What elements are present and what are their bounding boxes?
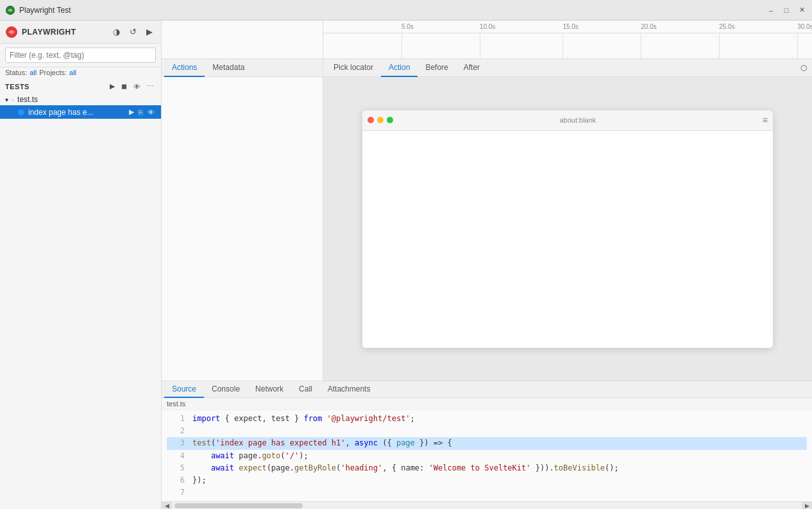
dot-green <box>387 117 393 123</box>
code-line-3: 3 test('index page has expected h1', asy… <box>167 437 807 449</box>
code-content-5: await expect(page.getByRole('heading', {… <box>192 462 619 474</box>
actions-panel: Actions Metadata <box>162 59 323 381</box>
tab-network[interactable]: Network <box>248 381 291 398</box>
code-line-6: 6 }); <box>167 474 807 487</box>
browser-window: about:blank ≡ <box>362 110 773 348</box>
tab-call[interactable]: Call <box>291 381 320 398</box>
browser-content <box>362 131 773 348</box>
timeline-tick-15s: 15.0s <box>562 23 578 30</box>
browser-menu-icon: ≡ <box>763 115 768 125</box>
scroll-left-button[interactable]: ◀ <box>162 502 172 510</box>
timeline-track: 5.0s 10.0s 15.0s 20.0s 25.0s 30.0s <box>323 21 812 58</box>
preview-panel: Pick locator Action Before After ⬡ <box>323 59 812 381</box>
theme-toggle-button[interactable]: ◑ <box>110 26 123 39</box>
test-status-icon <box>18 109 24 116</box>
code-area: 1 import { expect, test } from '@playwri… <box>162 410 812 501</box>
minimize-button[interactable]: – <box>766 5 776 15</box>
tab-console[interactable]: Console <box>204 381 248 398</box>
chevron-down-icon: ▾ <box>5 96 8 103</box>
status-bar: Status: all Projects: all <box>0 67 161 79</box>
horizontal-scrollbar[interactable]: ◀ ▶ <box>162 501 812 509</box>
preview-tabs: Pick locator Action Before After ⬡ <box>323 59 812 77</box>
line-num-2: 2 <box>167 425 185 437</box>
code-line-1: 1 import { expect, test } from '@playwri… <box>167 413 807 425</box>
stop-button[interactable]: ◼ <box>119 82 129 91</box>
tab-metadata[interactable]: Metadata <box>205 59 252 77</box>
watch-test-button[interactable]: 👁 <box>146 107 156 117</box>
more-button[interactable]: ▶ <box>143 26 156 39</box>
bottom-panel: Source Console Network Call Attachments … <box>162 381 812 509</box>
circle-icon: ○ <box>11 96 15 103</box>
filter-input[interactable] <box>5 47 156 63</box>
timeline-tick-30s: 30.0s <box>797 23 812 30</box>
tab-action[interactable]: Action <box>381 59 418 77</box>
code-line-4: 4 await page.goto('/'); <box>167 450 807 462</box>
browser-dots <box>368 117 393 123</box>
code-line-2: 2 <box>167 425 807 437</box>
main-panel: 5.0s 10.0s 15.0s 20.0s 25.0s 30.0s <box>162 21 812 509</box>
dot-red <box>368 117 374 123</box>
code-line-7: 7 <box>167 487 807 499</box>
filter-button[interactable]: ⋯ <box>145 82 156 91</box>
tests-section-label: TESTS <box>5 83 105 91</box>
status-label: Status: <box>5 69 27 76</box>
actions-content <box>162 77 323 381</box>
timeline: 5.0s 10.0s 15.0s 20.0s 25.0s 30.0s <box>162 21 812 59</box>
scrollbar-thumb[interactable] <box>174 503 303 508</box>
run-all-button[interactable]: ▶ <box>108 82 117 91</box>
status-value[interactable]: all <box>30 69 37 76</box>
tab-source[interactable]: Source <box>164 381 204 398</box>
sidebar: PLAYWRIGHT ◑ ↺ ▶ Status: all Projects: a… <box>0 21 162 509</box>
line-num-4: 4 <box>167 450 185 462</box>
run-test-button[interactable]: ▶ <box>128 107 135 117</box>
timeline-ruler: 5.0s 10.0s 15.0s 20.0s 25.0s 30.0s <box>323 21 812 33</box>
test-file-label: test.ts <box>17 95 38 104</box>
code-content-3: test('index page has expected h1', async… <box>192 437 452 449</box>
open-external-button[interactable]: ⬡ <box>798 61 809 75</box>
code-line-5: 5 await expect(page.getByRole('heading',… <box>167 462 807 474</box>
code-content-1: import { expect, test } from '@playwrigh… <box>192 413 415 425</box>
dot-yellow <box>377 117 384 123</box>
maximize-button[interactable]: □ <box>781 5 791 15</box>
timeline-tick-20s: 20.0s <box>641 23 656 30</box>
timeline-label-area <box>162 21 323 58</box>
tab-pick-locator[interactable]: Pick locator <box>326 59 381 77</box>
line-num-7: 7 <box>167 487 185 499</box>
sidebar-brand: PLAYWRIGHT <box>22 28 106 37</box>
projects-value[interactable]: all <box>69 69 76 76</box>
tab-attachments[interactable]: Attachments <box>320 381 378 398</box>
main-content: PLAYWRIGHT ◑ ↺ ▶ Status: all Projects: a… <box>0 21 812 509</box>
sidebar-logo <box>5 26 18 39</box>
sidebar-header: PLAYWRIGHT ◑ ↺ ▶ <box>0 21 161 44</box>
line-num-6: 6 <box>167 474 185 487</box>
actions-tabs: Actions Metadata <box>162 59 323 77</box>
code-content-2 <box>192 425 197 437</box>
code-content-7 <box>192 487 197 499</box>
playwright-logo <box>5 5 15 15</box>
watch-button[interactable]: 👁 <box>131 82 142 91</box>
test-item-label: index page has e... <box>28 108 125 117</box>
reload-button[interactable]: ↺ <box>126 26 139 39</box>
test-file-item[interactable]: ▾ ○ test.ts <box>0 94 161 105</box>
line-num-5: 5 <box>167 462 185 474</box>
timeline-tick-25s: 25.0s <box>719 23 734 30</box>
test-item[interactable]: index page has e... ▶ ⎘ 👁 <box>0 105 161 119</box>
tests-header: TESTS ▶ ◼ 👁 ⋯ <box>0 79 161 94</box>
bottom-tabs: Source Console Network Call Attachments <box>162 381 812 398</box>
title-bar: Playwright Test – □ ✕ <box>0 0 812 21</box>
tab-before[interactable]: Before <box>418 59 455 77</box>
browser-url: about:blank <box>397 116 759 124</box>
detail-area: Actions Metadata Pick locator Action Bef… <box>162 59 812 381</box>
app: PLAYWRIGHT ◑ ↺ ▶ Status: all Projects: a… <box>0 21 812 509</box>
window-title: Playwright Test <box>19 6 766 15</box>
timeline-tick-5s: 5.0s <box>402 23 414 30</box>
browser-toolbar: about:blank ≡ <box>362 110 773 131</box>
browser-preview: about:blank ≡ <box>323 77 812 381</box>
copy-test-button[interactable]: ⎘ <box>137 107 144 117</box>
tab-actions[interactable]: Actions <box>164 59 205 77</box>
close-button[interactable]: ✕ <box>797 5 807 15</box>
scroll-right-button[interactable]: ▶ <box>802 502 812 510</box>
tab-after[interactable]: After <box>456 59 487 77</box>
window-controls: – □ ✕ <box>766 5 807 15</box>
projects-label: Projects: <box>39 69 67 76</box>
